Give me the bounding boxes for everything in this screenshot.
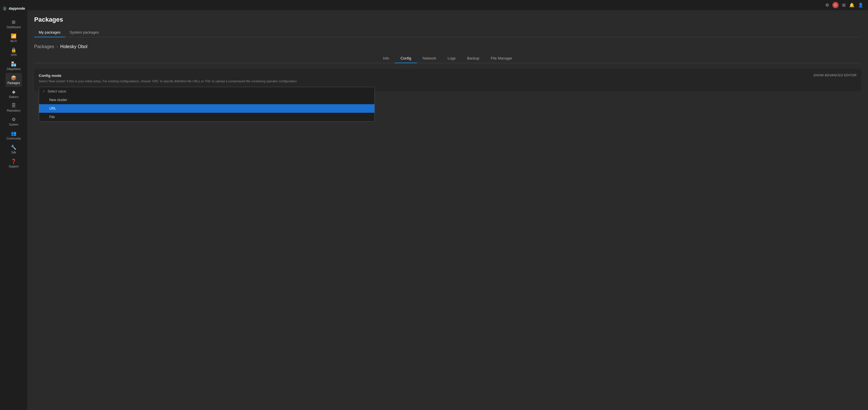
svg-point-1 — [4, 8, 5, 9]
tab-config[interactable]: Config — [395, 54, 417, 63]
config-mode-desc: Select 'New cluster' if this is your ini… — [39, 80, 857, 83]
sidebar-item-sdk[interactable]: 🔧Sdk — [5, 143, 22, 156]
sidebar: dappnode ⊞Dashboard📶Wi-Fi🔒VPN🏪DAppStore📦… — [0, 0, 27, 410]
option-label-select-value: Select value — [48, 89, 66, 93]
sidebar-item-label-vpn: VPN — [11, 54, 17, 57]
settings-icon[interactable]: ⚙ — [825, 3, 829, 8]
sidebar-item-community[interactable]: 👥Community — [5, 128, 22, 143]
dappnode-logo — [2, 5, 7, 12]
sidebar-item-label-packages: Packages — [7, 82, 20, 85]
logo-area: dappnode — [0, 2, 27, 17]
breadcrumb: Packages › Holesky Obol — [34, 44, 861, 49]
sidebar-item-system[interactable]: ⚙System — [5, 115, 22, 128]
dropdown-option-select-value[interactable]: ✓ Select value — [39, 87, 374, 96]
sdk-icon: 🔧 — [11, 145, 17, 150]
dappstore-icon: 🏪 — [11, 61, 17, 67]
sidebar-item-repository[interactable]: 🗄Repository — [5, 101, 22, 115]
option-label-file: File — [49, 115, 55, 119]
sidebar-item-stakers[interactable]: ◆Stakers — [5, 87, 22, 101]
config-mode-title: Config mode — [39, 73, 857, 78]
svg-point-7 — [4, 10, 5, 10]
tab-network[interactable]: Network — [417, 54, 442, 63]
tab-logs[interactable]: Logs — [442, 54, 461, 63]
svg-point-2 — [3, 7, 4, 8]
avatar-icon[interactable]: D — [832, 2, 839, 8]
bell-icon[interactable]: 🔔 — [849, 3, 855, 8]
option-label-url: URL — [49, 106, 56, 111]
logo-text: dappnode — [9, 6, 25, 10]
user-icon[interactable]: 👤 — [858, 3, 863, 8]
sidebar-item-label-community: Community — [6, 137, 21, 140]
sidebar-item-label-stakers: Stakers — [9, 95, 19, 98]
grid-icon[interactable]: ⊞ — [842, 3, 846, 8]
wifi-icon: 📶 — [11, 33, 17, 39]
packages-icon: 📦 — [11, 75, 17, 81]
inner-tabs: Info Config Network Logs Backup File Man… — [34, 54, 861, 63]
vpn-icon: 🔒 — [11, 47, 17, 53]
tab-backup[interactable]: Backup — [461, 54, 485, 63]
sidebar-item-support[interactable]: ❓Support — [5, 156, 22, 170]
advanced-editor-button[interactable]: SHOW ADVANCED EDITOR — [814, 73, 857, 77]
dashboard-icon: ⊞ — [12, 19, 16, 25]
sidebar-item-dashboard[interactable]: ⊞Dashboard — [5, 17, 22, 31]
system-icon: ⚙ — [12, 117, 16, 122]
sidebar-item-label-support: Support — [8, 165, 19, 168]
svg-point-4 — [4, 7, 5, 7]
sidebar-item-label-dappstore: DAppStore — [7, 67, 21, 71]
tab-file-manager[interactable]: File Manager — [485, 54, 518, 63]
dropdown-option-url[interactable]: URL — [39, 104, 374, 113]
content-area: Packages My packages System packages Pac… — [27, 10, 868, 410]
sidebar-item-label-repository: Repository — [7, 109, 21, 112]
tab-system-packages[interactable]: System packages — [65, 28, 104, 37]
check-icon: ✓ — [42, 89, 45, 93]
option-label-new-cluster: New cluster — [49, 98, 67, 102]
repository-icon: 🗄 — [11, 103, 16, 108]
dropdown-options: ✓ Select value New cluster URL File — [39, 87, 375, 122]
community-icon: 👥 — [11, 131, 17, 136]
sidebar-item-label-system: System — [9, 123, 18, 126]
sidebar-item-label-sdk: Sdk — [11, 151, 16, 154]
topbar: ⚙ D ⊞ 🔔 👤 — [27, 0, 868, 10]
dropdown-option-file[interactable]: File — [39, 113, 374, 121]
sidebar-item-label-wifi: Wi-Fi — [10, 39, 17, 43]
stakers-icon: ◆ — [12, 89, 16, 95]
breadcrumb-separator: › — [56, 44, 58, 49]
tab-info[interactable]: Info — [377, 54, 395, 63]
svg-point-5 — [3, 9, 4, 9]
sidebar-items-container: ⊞Dashboard📶Wi-Fi🔒VPN🏪DAppStore📦Packages◆… — [5, 17, 22, 170]
sidebar-item-label-dashboard: Dashboard — [7, 26, 21, 29]
config-section: Config mode Select 'New cluster' if this… — [34, 69, 861, 91]
breadcrumb-current: Holesky Obol — [60, 44, 87, 49]
sidebar-item-packages[interactable]: 📦Packages — [5, 73, 22, 87]
support-icon: ❓ — [11, 159, 17, 164]
sidebar-item-dappstore[interactable]: 🏪DAppStore — [5, 59, 22, 73]
page-title: Packages — [34, 16, 861, 23]
sidebar-item-wifi[interactable]: 📶Wi-Fi — [5, 31, 22, 45]
svg-point-3 — [5, 7, 6, 8]
top-tabs: My packages System packages — [34, 28, 861, 37]
svg-point-6 — [5, 9, 6, 9]
main-area: ⚙ D ⊞ 🔔 👤 Packages My packages System pa… — [27, 0, 868, 410]
sidebar-item-vpn[interactable]: 🔒VPN — [5, 45, 22, 59]
tab-my-packages[interactable]: My packages — [34, 28, 65, 37]
dropdown-option-new-cluster[interactable]: New cluster — [39, 96, 374, 104]
breadcrumb-parent[interactable]: Packages — [34, 44, 54, 49]
